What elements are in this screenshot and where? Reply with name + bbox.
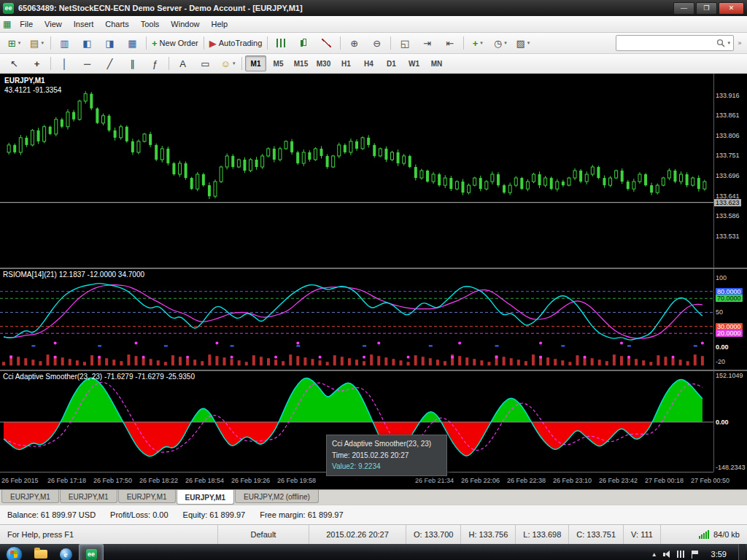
chart-shift-button[interactable]: ⇤: [438, 34, 461, 52]
connection-bars-icon: [699, 530, 709, 539]
network-icon[interactable]: [677, 551, 686, 558]
timeframe-m15-button[interactable]: M15: [290, 55, 311, 71]
timeframe-m5-button[interactable]: M5: [268, 55, 289, 71]
price-scale-label: 133.916: [716, 92, 740, 99]
status-close: C: 133.751: [569, 525, 624, 544]
menu-view[interactable]: View: [39, 18, 68, 30]
terminal-button[interactable]: ▦: [121, 34, 144, 52]
timeframe-d1-button[interactable]: D1: [381, 55, 402, 71]
menu-window[interactable]: Window: [165, 18, 205, 30]
time-axis-label: 26 Feb 23:10: [553, 477, 592, 484]
taskbar-clock[interactable]: 3:59: [705, 550, 732, 559]
taskbar-item-explorer[interactable]: [29, 545, 53, 560]
account-profit-loss: Profit/Loss: 0.00: [110, 510, 169, 519]
market-watch-button[interactable]: ▥: [53, 34, 76, 52]
zoom-in-icon: ⊕: [350, 39, 358, 48]
price-scale-label: 133.751: [716, 152, 740, 159]
profiles-button[interactable]: ▤▾: [26, 34, 48, 52]
chart-shift-icon: ⇤: [446, 39, 454, 48]
timeframe-w1-button[interactable]: W1: [403, 55, 425, 71]
action-center-flag-icon[interactable]: [692, 551, 700, 559]
zoom-out-button[interactable]: ⊖: [365, 34, 388, 52]
volume-icon[interactable]: [663, 551, 671, 558]
equidistant-channel-button[interactable]: ∥: [121, 55, 144, 72]
menu-insert[interactable]: Insert: [68, 18, 100, 30]
bar-chart-icon: [276, 39, 286, 47]
price-chart-pane[interactable]: EURJPY,M1 43.4121 -91.3354 133.916133.86…: [0, 74, 747, 268]
auto-scroll-button[interactable]: ⇥: [416, 34, 438, 52]
zoom-in-button[interactable]: ⊕: [343, 34, 365, 52]
line-chart-button[interactable]: [315, 34, 338, 52]
taskbar-item-mt4[interactable]: ee: [79, 544, 104, 560]
price-scale-label: 133.586: [716, 212, 740, 219]
toolbar-overflow-button[interactable]: »: [735, 35, 744, 51]
timeframe-m30-button[interactable]: M30: [313, 55, 334, 71]
cci-scale-label: 152.1049: [716, 372, 743, 379]
dropdown-arrow-icon: ▾: [233, 61, 236, 66]
timeframe-m1-button[interactable]: M1: [245, 55, 266, 71]
crosshair-button[interactable]: +: [26, 55, 48, 72]
search-dropdown-icon[interactable]: ▾: [727, 40, 730, 46]
mt4-window: ee 65063489: NetStockECN-ECN Demo Server…: [0, 0, 747, 560]
candlestick-chart-icon: [299, 39, 309, 47]
fibonacci-button[interactable]: ƒ: [144, 55, 166, 72]
toolbar-separator: [340, 36, 341, 50]
chart-tab-2[interactable]: EURJPY,M1: [118, 490, 176, 503]
timeframe-h1-button[interactable]: H1: [336, 55, 357, 71]
maximize-button[interactable]: ❐: [696, 2, 717, 15]
autotrading-button[interactable]: ▶AutoTrading: [206, 34, 266, 52]
menu-help[interactable]: Help: [205, 18, 233, 30]
minimize-button[interactable]: —: [673, 2, 694, 15]
indicators-button[interactable]: +▾: [466, 34, 489, 52]
horizontal-line-button[interactable]: ─: [76, 55, 98, 72]
status-template[interactable]: Default: [218, 525, 309, 544]
timeframe-mn-button[interactable]: MN: [426, 55, 447, 71]
cci-scale-label: -148.2343: [716, 464, 746, 471]
timeframe-h4-button[interactable]: H4: [358, 55, 379, 71]
cursor-button[interactable]: ↖: [3, 55, 26, 72]
navigator-button[interactable]: ◨: [98, 34, 121, 52]
new-chart-button[interactable]: ⊞▾: [3, 34, 26, 52]
arrows-button[interactable]: ☺▾: [217, 55, 239, 72]
equidistant-channel-icon: ∥: [130, 59, 135, 69]
status-bar: For Help, press F1 Default 2015.02.26 20…: [0, 524, 747, 544]
chart-tab-0[interactable]: EURJPY,M1: [1, 490, 59, 503]
taskbar-item-browser[interactable]: e: [54, 545, 77, 560]
rsioma-title: RSIOMA[14](21) 12.1837 -12.0000 34.7000: [3, 271, 144, 279]
time-axis-label: 26 Feb 22:06: [461, 477, 500, 484]
text-label-button[interactable]: ▭: [194, 55, 217, 72]
chart-tabs: EURJPY,M1EURJPY,M1EURJPY,M1EURJPY,M1EURJ…: [0, 489, 747, 505]
time-axis-label: 26 Feb 23:42: [599, 477, 638, 484]
close-button[interactable]: ✕: [719, 2, 744, 15]
new-order-button[interactable]: +New Order: [149, 34, 201, 52]
tray-expand-icon[interactable]: ▲: [651, 551, 657, 558]
dropdown-arrow-icon: ▾: [41, 40, 44, 46]
time-axis-label: 26 Feb 2015: [1, 477, 39, 484]
dropdown-arrow-icon: ▾: [18, 40, 21, 46]
menu-file[interactable]: File: [14, 18, 39, 30]
toolbar-separator: [50, 57, 51, 70]
periods-button[interactable]: ◷▾: [489, 34, 511, 52]
chart-tab-4[interactable]: EURJPY,M2 (offline): [235, 490, 319, 503]
vertical-line-button[interactable]: │: [53, 55, 76, 72]
menu-charts[interactable]: Charts: [99, 18, 134, 30]
trendline-button[interactable]: ╱: [98, 55, 121, 72]
tile-windows-button[interactable]: ◱: [393, 34, 416, 52]
toolbar-separator: [463, 36, 464, 50]
menu-tools[interactable]: Tools: [135, 18, 166, 30]
navigator-icon: ◨: [105, 39, 114, 48]
templates-button[interactable]: ▨▾: [511, 34, 534, 52]
data-window-button[interactable]: ◧: [76, 34, 98, 52]
rsioma-pane[interactable]: RSIOMA[14](21) 12.1837 -12.0000 34.7000 …: [0, 269, 747, 370]
text-button[interactable]: A: [171, 55, 194, 72]
chart-tab-1[interactable]: EURJPY,M1: [60, 490, 117, 503]
start-button[interactable]: [0, 544, 28, 560]
show-desktop-button[interactable]: [738, 544, 746, 560]
chart-tab-3[interactable]: EURJPY,M1: [177, 490, 235, 505]
search-input[interactable]: [619, 38, 714, 48]
chart-window-icon: ▦: [3, 19, 11, 29]
bar-chart-button[interactable]: [270, 34, 293, 52]
candlestick-chart-button[interactable]: [293, 34, 315, 52]
new-order-icon: +: [152, 39, 158, 48]
trendline-icon: ╱: [107, 59, 113, 69]
